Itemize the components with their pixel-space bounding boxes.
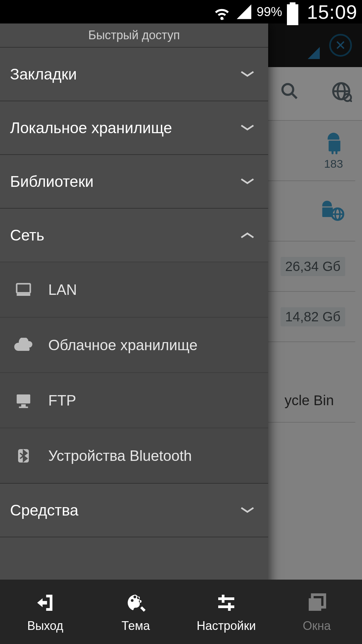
drawer-item-bookmarks[interactable]: Закладки	[0, 47, 268, 101]
windows-icon	[305, 591, 329, 615]
bottom-exit-button[interactable]: Выход	[0, 580, 90, 644]
drawer-title: Быстрый доступ	[0, 23, 268, 47]
exit-label: Выход	[27, 619, 63, 633]
drawer-sub-ftp[interactable]: FTP	[0, 372, 268, 428]
bookmarks-label: Закладки	[10, 65, 77, 83]
ftp-icon	[13, 391, 34, 410]
bottom-theme-button[interactable]: Тема	[90, 580, 181, 644]
bottom-settings-button[interactable]: Настройки	[181, 580, 272, 644]
bt-label: Устройства Bluetooth	[48, 447, 192, 464]
drawer-panel: Быстрый доступ Закладки Локальное хранил…	[0, 23, 268, 644]
svg-rect-8	[17, 394, 31, 404]
drawer-item-libraries[interactable]: Библиотеки	[0, 154, 268, 208]
lan-label: LAN	[48, 281, 77, 298]
battery-percent: 99%	[257, 5, 282, 19]
cloud-icon	[13, 338, 34, 353]
status-clock: 15:09	[307, 1, 357, 23]
exit-icon	[33, 591, 57, 615]
chevron-down-icon	[240, 70, 255, 78]
libs-label: Библиотеки	[10, 172, 94, 191]
lan-icon	[13, 281, 34, 299]
chevron-down-icon	[240, 506, 255, 514]
wifi-icon	[213, 2, 231, 21]
chevron-down-icon	[240, 124, 255, 131]
svg-rect-12	[309, 598, 321, 611]
battery-icon	[287, 2, 298, 21]
windows-label: Окна	[303, 619, 331, 633]
ftp-label: FTP	[48, 392, 76, 409]
drawer-sub-lan[interactable]: LAN	[0, 262, 268, 317]
chevron-up-icon	[240, 231, 255, 239]
bottom-windows-button[interactable]: Окна	[272, 580, 362, 644]
cloud-label: Облачное хранилище	[48, 337, 197, 354]
svg-rect-6	[17, 284, 31, 293]
local-label: Локальное хранилище	[10, 119, 172, 137]
svg-rect-10	[19, 407, 28, 408]
svg-rect-9	[21, 404, 26, 407]
status-bar: 99% 15:09	[0, 0, 362, 23]
settings-label: Настройки	[197, 619, 256, 633]
drawer-sub-cloud[interactable]: Облачное хранилище	[0, 317, 268, 372]
theme-icon	[124, 591, 148, 615]
drawer-item-network[interactable]: Сеть	[0, 208, 268, 262]
theme-label: Тема	[122, 619, 150, 633]
tools-label: Средства	[10, 501, 78, 519]
drawer-item-local[interactable]: Локальное хранилище	[0, 101, 268, 154]
drawer-sub-bluetooth[interactable]: Устройства Bluetooth	[0, 428, 268, 483]
net-label: Сеть	[10, 226, 44, 244]
chevron-down-icon	[240, 178, 255, 185]
bluetooth-icon	[13, 447, 34, 465]
bottom-bar: Выход Тема Настройки Окна	[0, 580, 362, 644]
drawer-item-tools[interactable]: Средства	[0, 483, 268, 537]
signal-icon	[235, 3, 253, 20]
settings-icon	[214, 591, 238, 615]
svg-rect-7	[17, 293, 31, 296]
